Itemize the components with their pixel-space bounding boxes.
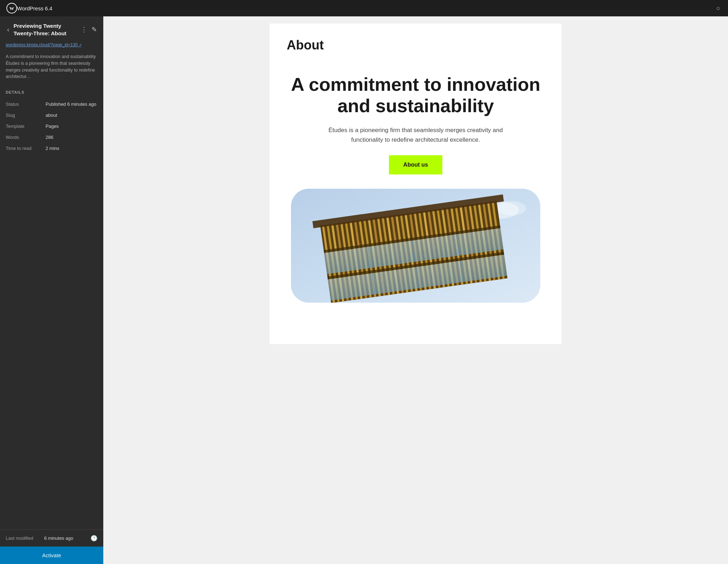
preview-top-section: About — [270, 24, 562, 60]
edit-button[interactable]: ✎ — [91, 25, 98, 34]
sidebar-panel: ‹ Previewing Twenty Twenty-Three: About … — [0, 16, 103, 564]
detail-val-time-to-read: 2 mins — [46, 146, 59, 151]
sidebar-footer: Last modified 6 minutes ago 🕐 — [0, 529, 103, 547]
history-button[interactable]: 🕐 — [90, 535, 98, 542]
edit-icon: ✎ — [92, 26, 97, 33]
preview-hero-section: A commitment to innovation and sustainab… — [270, 60, 562, 185]
search-button[interactable]: ○ — [715, 3, 722, 14]
preview-hero-subtext: Études is a pioneering firm that seamles… — [316, 125, 515, 145]
sidebar-icon-actions: ⋮ ✎ — [80, 25, 98, 34]
detail-key-slug: Slug — [6, 113, 41, 118]
page-url-link[interactable]: wordpress.kinsta.cloud/?page_id=130 — [6, 42, 82, 47]
detail-val-template: Pages — [46, 124, 59, 129]
more-options-button[interactable]: ⋮ — [80, 25, 88, 34]
sidebar-title: Previewing Twenty Twenty-Three: About — [14, 22, 77, 37]
top-bar: W WordPress 6.4 ○ — [0, 0, 728, 16]
history-icon: 🕐 — [90, 535, 98, 541]
building-image — [291, 189, 540, 303]
preview-image-section — [270, 185, 562, 317]
svg-point-4 — [498, 201, 526, 215]
detail-row-slug: Slug about — [6, 110, 98, 121]
last-modified-value: 6 minutes ago — [44, 536, 88, 541]
activate-button[interactable]: Activate — [0, 547, 103, 564]
sidebar-url-section: wordpress.kinsta.cloud/?page_id=130 — [0, 41, 103, 52]
preview-area: About A commitment to innovation and sus… — [103, 16, 728, 564]
about-us-button[interactable]: About us — [389, 155, 442, 174]
detail-key-status: Status — [6, 101, 41, 107]
sidebar-excerpt: A commitment to innovation and sustainab… — [0, 52, 103, 86]
building-svg — [291, 189, 540, 303]
more-icon: ⋮ — [81, 26, 87, 33]
preview-content: About A commitment to innovation and sus… — [270, 24, 562, 344]
preview-page-title: About — [287, 38, 545, 53]
sidebar-header: ‹ Previewing Twenty Twenty-Three: About … — [0, 16, 103, 41]
detail-val-slug: about — [46, 113, 57, 118]
detail-row-time-to-read: Time to read 2 mins — [6, 143, 98, 154]
detail-key-template: Template — [6, 124, 41, 129]
detail-key-time-to-read: Time to read — [6, 146, 41, 151]
wordpress-logo: W — [6, 3, 17, 14]
detail-row-template: Template Pages — [6, 121, 98, 132]
search-icon: ○ — [716, 5, 720, 12]
app-version-label: WordPress 6.4 — [17, 5, 715, 11]
back-button[interactable]: ‹ — [6, 25, 11, 34]
detail-row-words: Words 286 — [6, 132, 98, 143]
building-canvas — [291, 189, 540, 303]
back-icon: ‹ — [7, 26, 9, 33]
last-modified-label: Last modified — [6, 536, 41, 541]
detail-row-status: Status Published 6 minutes ago — [6, 99, 98, 110]
detail-key-words: Words — [6, 135, 41, 140]
preview-hero-heading: A commitment to innovation and sustainab… — [287, 74, 545, 117]
detail-val-status: Published 6 minutes ago — [46, 101, 96, 107]
svg-text:W: W — [9, 6, 14, 11]
sidebar-details-section: DETAILS Status Published 6 minutes ago S… — [0, 86, 103, 157]
details-label: DETAILS — [6, 90, 98, 94]
main-layout: ‹ Previewing Twenty Twenty-Three: About … — [0, 16, 728, 564]
detail-val-words: 286 — [46, 135, 53, 140]
sidebar-title-block: Previewing Twenty Twenty-Three: About — [14, 22, 77, 37]
